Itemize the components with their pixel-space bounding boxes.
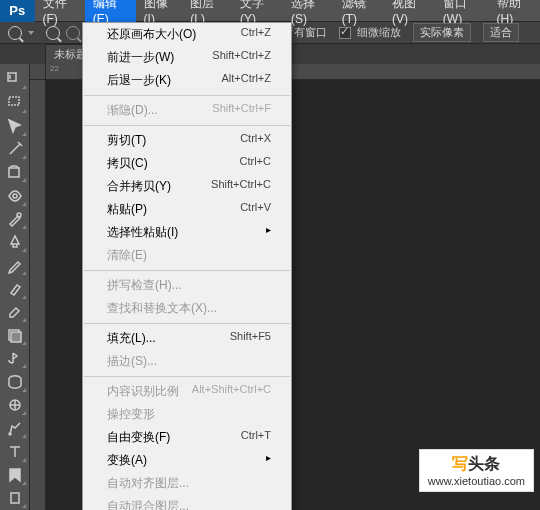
app-logo: Ps <box>0 0 35 22</box>
fine-zoom-checkbox[interactable] <box>339 27 351 39</box>
zoom-out-icon[interactable] <box>66 26 80 40</box>
ruler-vertical <box>30 80 46 510</box>
svg-rect-5 <box>11 332 21 342</box>
tool-13[interactable] <box>2 370 28 393</box>
zoom-in-icon[interactable] <box>46 26 60 40</box>
tool-6[interactable] <box>2 208 28 231</box>
menu-item-E: 清除(E) <box>83 244 291 267</box>
ruler-corner <box>30 64 46 80</box>
menubar: Ps 文件(F)编辑(E)图像(I)图层(L)文字(Y)选择(S)滤镜(T)视图… <box>0 0 540 22</box>
tool-17[interactable] <box>2 464 28 487</box>
tool-preset-dropdown[interactable] <box>28 31 34 35</box>
menu-item-K[interactable]: 后退一步(K)Alt+Ctrl+Z <box>83 69 291 92</box>
tool-14[interactable] <box>2 394 28 417</box>
fine-zoom-label: 细微缩放 <box>357 25 401 40</box>
menu-item-S: 描边(S)... <box>83 350 291 373</box>
fit-screen-button[interactable]: 适合 <box>483 23 519 42</box>
tool-9[interactable] <box>2 277 28 300</box>
watermark: 写头条 www.xietoutiao.com <box>419 449 534 492</box>
tool-11[interactable] <box>2 324 28 347</box>
svg-rect-0 <box>9 97 19 105</box>
menu-item-H: 拼写检查(H)... <box>83 274 291 297</box>
tool-7[interactable] <box>2 231 28 254</box>
tool-12[interactable] <box>2 347 28 370</box>
tool-0[interactable] <box>2 68 28 91</box>
menu-item-C[interactable]: 拷贝(C)Ctrl+C <box>83 152 291 175</box>
tool-3[interactable] <box>2 138 28 161</box>
edit-menu-dropdown: 还原画布大小(O)Ctrl+Z前进一步(W)Shift+Ctrl+Z后退一步(K… <box>82 22 292 510</box>
tool-8[interactable] <box>2 254 28 277</box>
tool-4[interactable] <box>2 161 28 184</box>
svg-rect-1 <box>9 168 19 177</box>
menu-item-L[interactable]: 填充(L)...Shift+F5 <box>83 327 291 350</box>
menu-item-D: 渐隐(D)...Shift+Ctrl+F <box>83 99 291 122</box>
menu-item-Y[interactable]: 合并拷贝(Y)Shift+Ctrl+C <box>83 175 291 198</box>
svg-point-7 <box>9 433 11 435</box>
actual-pixels-button[interactable]: 实际像素 <box>413 23 471 42</box>
menu-item-I[interactable]: 选择性粘贴(I) <box>83 221 291 244</box>
menu-item-O[interactable]: 还原画布大小(O)Ctrl+Z <box>83 23 291 46</box>
menu-item-: 自动对齐图层... <box>83 472 291 495</box>
menu-item-: 内容识别比例Alt+Shift+Ctrl+C <box>83 380 291 403</box>
tool-2[interactable] <box>2 115 28 138</box>
menu-item-: 自动混合图层... <box>83 495 291 510</box>
tool-10[interactable] <box>2 301 28 324</box>
tool-15[interactable] <box>2 417 28 440</box>
tools-panel <box>0 64 30 510</box>
svg-point-2 <box>13 194 17 198</box>
menu-item-X: 查找和替换文本(X)... <box>83 297 291 320</box>
menu-item-W[interactable]: 前进一步(W)Shift+Ctrl+Z <box>83 46 291 69</box>
tool-16[interactable] <box>2 440 28 463</box>
menu-item-T[interactable]: 剪切(T)Ctrl+X <box>83 129 291 152</box>
tool-1[interactable] <box>2 91 28 114</box>
menu-item-: 操控变形 <box>83 403 291 426</box>
tool-5[interactable] <box>2 184 28 207</box>
svg-rect-8 <box>11 493 19 503</box>
menu-item-F[interactable]: 自由变换(F)Ctrl+T <box>83 426 291 449</box>
menu-item-P[interactable]: 粘贴(P)Ctrl+V <box>83 198 291 221</box>
zoom-icon <box>8 26 22 40</box>
svg-point-3 <box>17 213 21 217</box>
menu-item-A[interactable]: 变换(A) <box>83 449 291 472</box>
tool-18[interactable] <box>2 487 28 510</box>
